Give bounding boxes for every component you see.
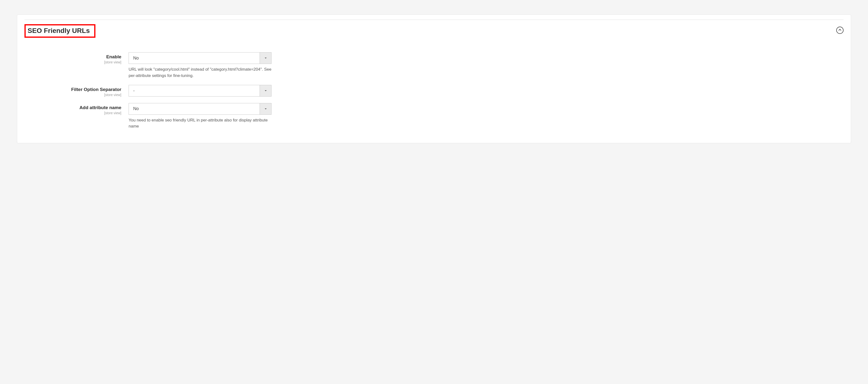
dropdown-arrow [259, 53, 271, 64]
field-label: Enable [25, 54, 121, 60]
caret-down-icon [265, 107, 267, 111]
panel-divider [25, 20, 843, 20]
dropdown-arrow [259, 85, 271, 96]
section-title: SEO Friendly URLs [28, 27, 90, 34]
label-col: Enable [store view] [25, 52, 129, 64]
enable-select[interactable]: No [129, 52, 272, 64]
field-help-text: URL will look "category/cool.html" inste… [129, 66, 272, 79]
panel-header: SEO Friendly URLs [25, 24, 843, 38]
label-col: Filter Option Separator [store view] [25, 85, 129, 97]
caret-down-icon [265, 89, 267, 93]
config-section-panel: SEO Friendly URLs Enable [store view] No… [17, 14, 851, 143]
input-col: No URL will look "category/cool.html" in… [129, 52, 272, 79]
field-label: Filter Option Separator [25, 87, 121, 93]
input-col: - [129, 85, 272, 97]
label-col: Add attribute name [store view] [25, 103, 129, 115]
separator-select[interactable]: - [129, 85, 272, 97]
chevron-up-icon [838, 28, 841, 32]
attr-name-select[interactable]: No [129, 103, 272, 115]
section-title-highlight: SEO Friendly URLs [25, 24, 95, 38]
scope-label: [store view] [25, 93, 121, 97]
dropdown-arrow [259, 103, 271, 114]
select-value: No [129, 106, 259, 111]
scope-label: [store view] [25, 111, 121, 115]
field-label: Add attribute name [25, 105, 121, 111]
select-value: - [129, 88, 259, 94]
collapse-section-button[interactable] [836, 27, 843, 34]
field-row-separator: Filter Option Separator [store view] - [25, 85, 843, 97]
field-row-attr-name: Add attribute name [store view] No You n… [25, 103, 843, 130]
scope-label: [store view] [25, 60, 121, 64]
caret-down-icon [265, 56, 267, 60]
field-row-enable: Enable [store view] No URL will look "ca… [25, 52, 843, 79]
select-value: No [129, 56, 259, 61]
field-help-text: You need to enable seo friendly URL in p… [129, 117, 272, 130]
input-col: No You need to enable seo friendly URL i… [129, 103, 272, 130]
